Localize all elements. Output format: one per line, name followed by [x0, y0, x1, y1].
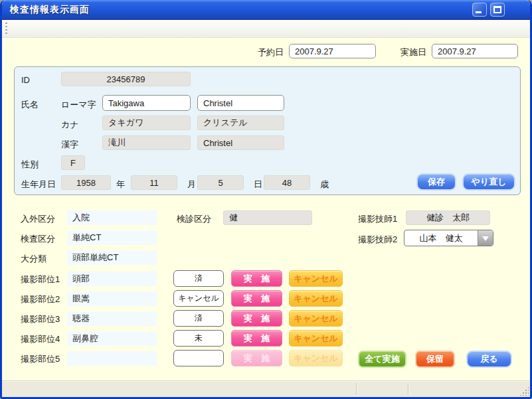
daibunrui-label: 大分類	[21, 253, 46, 265]
part2-status[interactable]: キャンセル	[173, 290, 224, 307]
status-bar	[2, 380, 530, 397]
tech1-field: 健診 太郎	[406, 210, 490, 225]
gender-label: 性別	[21, 159, 39, 171]
tech2-value: 山本 健太	[404, 230, 478, 246]
inout-field: 入院	[67, 210, 157, 225]
part1-field: 頭部	[67, 272, 157, 286]
name-label: 氏名	[21, 99, 39, 111]
maximize-icon	[493, 6, 501, 13]
part1-label: 撮影部位1	[21, 274, 60, 285]
month-unit-label: 月	[187, 179, 196, 191]
part5-cancel-button: キャンセル	[289, 350, 343, 366]
kensa-field: 単純CT	[67, 230, 157, 245]
kana-label: カナ	[61, 119, 79, 131]
part3-status[interactable]: 済	[173, 310, 224, 327]
statusbar-divider	[408, 383, 408, 394]
all-exec-button[interactable]: 全て実施	[358, 351, 406, 368]
kenshin-field: 健	[223, 210, 312, 225]
hold-button[interactable]: 保留	[415, 351, 455, 368]
part1-status[interactable]: 済	[173, 270, 224, 287]
exec-date-input[interactable]: 2007.9.27	[432, 44, 518, 58]
part3-cancel-button[interactable]: キャンセル	[289, 310, 343, 327]
kanji-label: 漢字	[61, 139, 78, 151]
minimize-icon	[476, 11, 482, 13]
part2-cancel-button[interactable]: キャンセル	[289, 290, 343, 307]
part5-status[interactable]	[173, 350, 224, 366]
minimize-button[interactable]	[472, 3, 487, 17]
birthdate-label: 生年月日	[21, 179, 56, 191]
part2-exec-button[interactable]: 実 施	[231, 290, 282, 307]
reserve-date-label: 予約日	[258, 46, 284, 58]
reserve-date-input[interactable]: 2007.9.27	[289, 44, 376, 58]
kenshin-label: 検診区分	[177, 213, 211, 225]
toolbar-strip	[2, 20, 530, 38]
part4-status[interactable]: 未	[173, 330, 224, 347]
part3-field: 聴器	[67, 311, 157, 326]
part4-label: 撮影部位4	[21, 333, 60, 345]
titlebar[interactable]: 検査情報表示画面	[2, 0, 530, 20]
gender-field: F	[61, 155, 85, 170]
part4-cancel-button[interactable]: キャンセル	[289, 330, 343, 347]
chevron-down-icon[interactable]	[478, 230, 493, 246]
year-unit-label: 年	[116, 179, 125, 191]
exec-date-label: 実施日	[400, 46, 426, 58]
patient-panel: ID 23456789 氏名 ローマ字 Takigawa Christel カナ…	[14, 66, 521, 195]
age-unit-label: 歳	[320, 179, 329, 191]
kanji-given-field: Christel	[197, 135, 284, 150]
toolbar-grip-icon	[5, 23, 7, 36]
daibunrui-field: 頭部単純CT	[67, 250, 157, 265]
window-controls	[472, 3, 505, 17]
id-field: 23456789	[61, 72, 191, 86]
romaji-given-input[interactable]: Christel	[197, 95, 284, 111]
kanji-family-field: 滝川	[102, 135, 191, 150]
part5-exec-button: 実 施	[231, 350, 282, 366]
romaji-family-input[interactable]: Takigawa	[102, 95, 191, 111]
redo-button[interactable]: やり直し	[462, 173, 515, 191]
kensa-label: 検査区分	[21, 233, 55, 245]
statusbar-divider	[356, 383, 357, 394]
inout-label: 入外区分	[21, 213, 55, 225]
part5-field	[67, 351, 157, 366]
part5-label: 撮影部位5	[21, 353, 60, 365]
birth-day-field: 5	[197, 175, 244, 190]
day-unit-label: 日	[254, 179, 262, 191]
part3-label: 撮影部位3	[21, 313, 60, 325]
id-label: ID	[21, 75, 30, 85]
maximize-button[interactable]	[490, 3, 505, 17]
part2-label: 撮影部位2	[21, 293, 60, 305]
resize-grip-icon[interactable]	[519, 386, 529, 396]
part2-field: 眼嵩	[67, 291, 157, 306]
birth-month-field: 11	[131, 175, 177, 190]
romaji-label: ローマ字	[61, 99, 96, 111]
kana-family-field: タキガワ	[102, 116, 191, 130]
part1-cancel-button[interactable]: キャンセル	[289, 270, 343, 287]
tech2-label: 撮影技師2	[358, 234, 397, 246]
app-window: 検査情報表示画面 予約日 2007.9.27 実施日 2007.9.27 ID …	[0, 0, 532, 399]
part4-exec-button[interactable]: 実 施	[231, 330, 282, 347]
tech2-combobox[interactable]: 山本 健太	[404, 230, 493, 246]
tech1-label: 撮影技師1	[358, 213, 397, 225]
age-field: 48	[264, 175, 310, 190]
back-button[interactable]: 戻る	[466, 351, 512, 368]
birth-year-field: 1958	[61, 175, 111, 190]
part4-field: 副鼻腔	[67, 331, 157, 346]
save-button[interactable]: 保存	[416, 173, 456, 191]
kana-given-field: クリステル	[197, 116, 284, 130]
part1-exec-button[interactable]: 実 施	[231, 270, 282, 287]
part3-exec-button[interactable]: 実 施	[231, 310, 282, 327]
window-title: 検査情報表示画面	[10, 4, 90, 16]
